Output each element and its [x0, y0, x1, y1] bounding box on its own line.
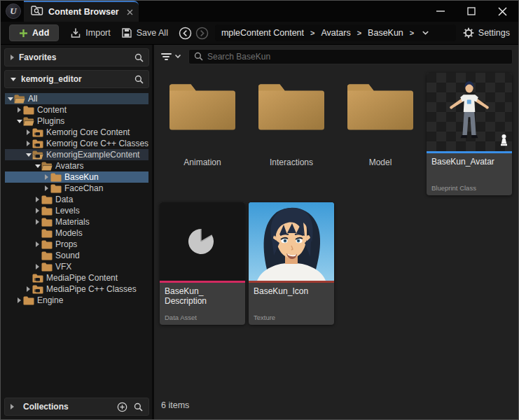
- chevron-collapsed-icon[interactable]: [34, 219, 41, 225]
- minimize-icon[interactable]: [436, 6, 445, 16]
- title-bar: U Content Browser: [1, 1, 518, 22]
- tree-item-kemorig-core-content[interactable]: Kemorig Core Content: [5, 127, 148, 138]
- tab-close-icon[interactable]: [127, 9, 133, 15]
- breadcrumb-dropdown-icon[interactable]: [422, 30, 429, 36]
- folder-icon: [345, 78, 415, 135]
- folder-tile-animation[interactable]: Animation: [160, 73, 245, 195]
- tree-item-plugins[interactable]: Plugins: [5, 115, 148, 127]
- asset-name: BaseKun_Icon: [254, 286, 329, 296]
- collections-section[interactable]: Collections: [4, 398, 149, 416]
- tree-item-materials[interactable]: Materials: [5, 216, 148, 227]
- asset-view-panel: AnimationInteractionsModelBaseKun_Avatar…: [154, 45, 518, 419]
- asset-label-area: BaseKun_AvatarBlueprint Class: [427, 153, 512, 195]
- maximize-icon[interactable]: [466, 6, 476, 16]
- chevron-collapsed-icon[interactable]: [43, 186, 50, 191]
- chevron-expanded-icon[interactable]: [6, 97, 14, 101]
- search-icon[interactable]: [134, 402, 143, 412]
- asset-search-box[interactable]: [188, 49, 513, 64]
- chevron-collapsed-icon[interactable]: [15, 107, 23, 113]
- tree-item-sound[interactable]: Sound: [5, 250, 148, 261]
- settings-button-label: Settings: [478, 28, 510, 38]
- filter-icon[interactable]: [160, 53, 172, 60]
- search-icon[interactable]: [134, 75, 144, 84]
- folder-tile-interactions[interactable]: Interactions: [249, 73, 334, 195]
- tree-item-props[interactable]: Props: [5, 239, 148, 250]
- asset-tile-basekun-icon[interactable]: BaseKun_IconTexture: [249, 202, 334, 325]
- tree-item-label: Levels: [55, 206, 80, 216]
- breadcrumb-segment-avatars[interactable]: Avatars: [321, 28, 351, 38]
- folder-name: Animation: [184, 158, 221, 167]
- asset-grid: AnimationInteractionsModelBaseKun_Avatar…: [154, 68, 513, 325]
- tree-item-facechan[interactable]: FaceChan: [5, 183, 148, 194]
- filter-bar: [154, 45, 518, 68]
- asset-tile-basekun-avatar[interactable]: BaseKun_AvatarBlueprint Class: [427, 73, 512, 195]
- chevron-expanded-icon[interactable]: [34, 164, 41, 168]
- chevron-collapsed-icon[interactable]: [34, 197, 41, 202]
- asset-tile-basekun-description[interactable]: BaseKun_DescriptionData Asset: [160, 202, 245, 325]
- chevron-collapsed-icon[interactable]: [15, 298, 23, 303]
- chevron-collapsed-icon[interactable]: [34, 241, 41, 247]
- chevron-collapsed-icon[interactable]: [34, 264, 41, 270]
- folder-tile-model[interactable]: Model: [338, 73, 423, 195]
- tree-item-label: MediaPipe Content: [46, 273, 118, 283]
- close-icon[interactable]: [497, 6, 507, 16]
- tab-content-browser[interactable]: Content Browser: [24, 1, 139, 22]
- folder-name: Model: [369, 158, 392, 167]
- tree-item-levels[interactable]: Levels: [5, 205, 148, 216]
- breadcrumb[interactable]: mpleContent Content>Avatars>BaseKun>: [215, 24, 456, 41]
- tree-item-kemorig-core-c-classes[interactable]: Kemorig Core C++ Classes: [5, 138, 148, 149]
- plugin-folder-icon: [32, 139, 43, 148]
- breadcrumb-separator-icon: >: [410, 29, 414, 37]
- tree-item-mediapipe-content[interactable]: MediaPipe Content: [5, 272, 148, 284]
- folder-icon: [41, 251, 53, 260]
- add-collection-icon[interactable]: [117, 402, 127, 412]
- search-icon[interactable]: [134, 53, 144, 62]
- tree-item-label: Kemorig Core Content: [46, 127, 130, 137]
- tree-item-label: Content: [37, 105, 67, 115]
- chevron-expanded-icon[interactable]: [15, 120, 23, 123]
- tree-item-content[interactable]: Content: [5, 104, 148, 115]
- import-button[interactable]: Import: [70, 27, 110, 38]
- folder-search-icon: [31, 6, 43, 18]
- tree-item-mediapipe-c-classes[interactable]: MediaPipe C++ Classes: [5, 284, 148, 295]
- favorites-section[interactable]: Favorites: [4, 48, 149, 66]
- face-thumbnail: [249, 202, 334, 281]
- chevron-collapsed-icon[interactable]: [25, 130, 32, 135]
- tree-item-data[interactable]: Data: [5, 194, 148, 205]
- tree-item-basekun[interactable]: BaseKun: [5, 172, 148, 183]
- plugin-folder-icon: [32, 128, 43, 137]
- asset-type: Texture: [254, 314, 329, 321]
- tree-item-vfx[interactable]: VFX: [5, 261, 148, 272]
- tree-item-label: Props: [55, 239, 77, 249]
- save-all-button[interactable]: Save All: [121, 27, 168, 38]
- tree-item-engine[interactable]: Engine: [5, 295, 148, 306]
- tree-item-label: Models: [55, 228, 83, 238]
- breadcrumb-separator-icon: >: [310, 29, 314, 37]
- chevron-collapsed-icon[interactable]: [25, 286, 32, 292]
- tree-item-avatars[interactable]: Avatars: [5, 160, 148, 172]
- save-icon: [121, 27, 132, 38]
- chevron-collapsed-icon[interactable]: [25, 141, 32, 146]
- back-button[interactable]: [179, 27, 192, 40]
- add-button[interactable]: Add: [9, 24, 59, 41]
- settings-button[interactable]: Settings: [463, 27, 510, 38]
- tree-item-models[interactable]: Models: [5, 227, 148, 239]
- tree-item-kemorigexamplecontent[interactable]: KemorigExampleContent: [5, 149, 148, 160]
- breadcrumb-segment-basekun[interactable]: BaseKun: [368, 28, 403, 38]
- tree-item-label: Avatars: [55, 161, 83, 171]
- tree-item-all[interactable]: All: [5, 93, 148, 104]
- tree-item-label: Kemorig Core C++ Classes: [46, 139, 148, 148]
- asset-label-area: BaseKun_DescriptionData Asset: [160, 283, 245, 325]
- tree-item-label: FaceChan: [64, 183, 103, 193]
- tree-item-label: Materials: [55, 217, 90, 227]
- chevron-down-icon[interactable]: [174, 54, 181, 59]
- tree-item-label: Engine: [37, 295, 63, 305]
- forward-button[interactable]: [195, 27, 209, 40]
- asset-name: BaseKun_Avatar: [431, 157, 507, 167]
- breadcrumb-segment-mplecontent-content[interactable]: mpleContent Content: [221, 28, 304, 38]
- chevron-collapsed-icon[interactable]: [34, 208, 41, 214]
- source-section-kemorig-editor[interactable]: kemorig_editor: [4, 70, 149, 88]
- search-input[interactable]: [207, 52, 507, 62]
- chevron-collapsed-icon[interactable]: [43, 174, 50, 180]
- chevron-expanded-icon[interactable]: [25, 153, 32, 157]
